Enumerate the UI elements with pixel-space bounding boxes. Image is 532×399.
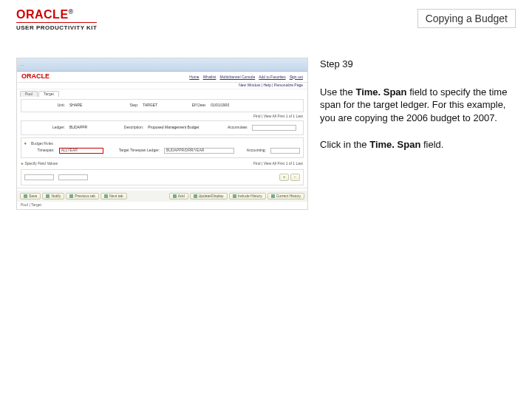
step-number: Step 39 [320,58,516,71]
timespan-label: Timespan: [24,149,55,153]
descr-label: Description: [92,126,143,130]
spec-input-1[interactable] [24,174,54,180]
tab-pool[interactable]: Pool [20,91,38,98]
prev-tab-button[interactable]: Previous tab [66,193,99,200]
acct-label: Accounting: [239,149,266,153]
link-fav[interactable]: Add to Favorites [259,75,285,80]
delete-row-icon[interactable]: − [290,174,300,181]
instruction-paragraph-1: Use the Time. Span field to specify the … [320,86,516,125]
mini-oracle-logo: ORACLE [21,73,50,81]
shot-breadcrumb-bar: … [17,58,307,72]
save-button[interactable]: Save [20,193,41,200]
effdate-label: Eff Date: [162,103,206,108]
shot-context-row: Unit: SHARE Step: TARGET Eff Date: 01/01… [21,99,304,112]
next-icon [104,194,108,198]
correct-history-button[interactable]: Correct History [267,193,304,200]
add-button[interactable]: Add [169,193,188,200]
descr-value: Proposed Management Budget [148,126,199,130]
upk-subline: USER PRODUCTIVITY KIT [16,22,97,31]
notify-button[interactable]: Notify [42,193,64,200]
spec-head-row: ▸ Specify Field Values Find | View All F… [17,160,307,168]
spec-head: Specify Field Values [24,161,58,166]
step-label: Step: [86,103,138,108]
history-icon [233,194,236,198]
page-title: Copying a Budget [417,9,516,28]
target-ts-ledger-label: Target Timespan Ledger: [108,149,160,153]
shot-ledger-row: Ledger: BUDAPPR Description: Proposed Ma… [21,120,304,135]
unit-label: Unit: [24,103,65,108]
shot-footer-links: Pool | Target [17,202,307,209]
update-icon [194,194,197,198]
grid-nav-1: Find | View All First 1 of 1 Last [17,115,307,119]
save-icon [24,194,27,198]
shot-target-section: ▾ Budget Rules Timespan: ALLYEAR Target … [21,137,304,158]
tab-target[interactable]: Target [38,91,59,98]
chevron-down-icon[interactable]: ▾ [24,142,27,146]
correct-icon [271,194,275,198]
grid-nav-2: Find | View All First 1 of 1 Last [253,162,303,166]
chevron-right-icon[interactable]: ▸ [21,161,24,166]
next-tab-button[interactable]: Next tab [100,193,127,200]
app-screenshot: … ORACLE Home Whatlist Multichannel Cons… [16,58,308,209]
prev-icon [69,194,73,198]
spec-input-2[interactable] [58,174,88,180]
link-mcc[interactable]: Multichannel Console [219,75,255,80]
instruction-paragraph-2: Click in the Time. Span field. [320,138,516,151]
instruction-panel: Step 39 Use the Time. Span field to spec… [320,58,516,209]
notify-icon [46,194,50,198]
spec-field-row: + − [21,169,304,185]
add-row-icon[interactable]: + [279,174,289,181]
ledger-value: BUDAPPR [69,126,87,130]
link-home[interactable]: Home [189,75,199,80]
shot-brand-row: ORACLE Home Whatlist Multichannel Consol… [17,72,307,83]
unit-value: SHARE [69,103,82,108]
accum-input[interactable] [252,125,296,131]
effdate-value: 01/01/1900 [211,103,229,108]
accum-label: Accumulate: [203,126,248,130]
acct-input[interactable] [270,148,300,154]
ledger-label: Ledger: [24,126,65,130]
update-display-button[interactable]: Update/Display [190,193,228,200]
link-whatlist[interactable]: Whatlist [203,75,216,80]
oracle-upk-logo: ORACLE® USER PRODUCTIVITY KIT [16,9,97,31]
shot-button-bar: Save Notify Previous tab Next tab Add Up… [17,191,307,202]
include-history-button[interactable]: Include History [229,193,266,200]
target-ts-ledger-input[interactable]: BUDAPPR/DRR/YEAR [164,148,234,154]
timespan-input[interactable]: ALLYEAR [59,148,103,154]
oracle-wordmark: ORACLE® [16,9,97,21]
target-section-head: Budget Rules [31,142,53,146]
mini-global-links: Home Whatlist Multichannel Console Add t… [189,75,303,80]
shot-subheader-links: New Window | Help | Personalize Page [17,83,307,89]
shot-tabs: Pool Target [17,89,307,98]
step-value: TARGET [143,103,157,108]
add-icon [173,194,177,198]
link-signout[interactable]: Sign out [290,75,303,80]
